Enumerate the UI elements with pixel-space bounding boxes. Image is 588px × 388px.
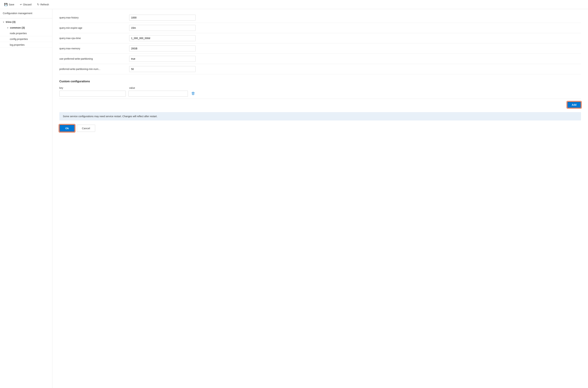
config-value-input-0[interactable] xyxy=(129,15,195,21)
sidebar-title: Configuration management xyxy=(0,12,52,17)
config-value-input-1[interactable] xyxy=(129,25,195,31)
config-row-2: query.max-cpu-time xyxy=(59,33,581,43)
custom-config-title: Custom configurations xyxy=(59,80,581,83)
custom-config-headers: key value xyxy=(59,87,581,89)
refresh-button[interactable]: ↻ Refresh xyxy=(36,2,50,7)
save-label: Save xyxy=(9,3,14,6)
info-banner: Some service configurations may need ser… xyxy=(59,112,581,121)
chevron-down-icon: ∨ xyxy=(3,21,4,23)
config-value-input-3[interactable] xyxy=(129,46,195,51)
config-value-input-2[interactable] xyxy=(129,35,195,41)
info-banner-text: Some service configurations may need ser… xyxy=(63,115,158,118)
sidebar: Configuration management ∨ trino (3) ∨ c… xyxy=(0,9,52,388)
sidebar-item-log-properties[interactable]: log.properties xyxy=(0,42,52,48)
config-row-5: preferred-write-partitioning-min-num... xyxy=(59,64,581,74)
custom-value-input-0[interactable] xyxy=(129,91,188,97)
cancel-button[interactable]: Cancel xyxy=(77,125,95,132)
custom-header-key: key xyxy=(59,87,126,89)
config-key-0: query.max-history xyxy=(59,16,126,19)
sidebar-item-trino[interactable]: ∨ trino (3) xyxy=(0,19,52,25)
delete-row-button-0[interactable] xyxy=(191,91,195,97)
config-key-1: query.min-expire-age xyxy=(59,26,126,29)
sidebar-item-common[interactable]: ∨ common (3) xyxy=(0,25,52,30)
content-panel: query.max-history query.min-expire-age q… xyxy=(52,9,588,388)
config-key-2: query.max-cpu-time xyxy=(59,37,126,40)
sidebar-divider xyxy=(0,18,52,18)
node-properties-label: node.properties xyxy=(10,32,27,35)
config-properties-label: config.properties xyxy=(10,38,28,40)
config-row-4: use-preferred-write-partitioning xyxy=(59,54,581,64)
common-label: common (3) xyxy=(10,26,25,29)
custom-config-row-0 xyxy=(59,91,581,97)
config-key-5: preferred-write-partitioning-min-num... xyxy=(59,68,126,71)
toolbar: 💾 Save ↩ Discard ↻ Refresh xyxy=(0,0,588,9)
main-layout: Configuration management ∨ trino (3) ∨ c… xyxy=(0,9,588,388)
discard-button[interactable]: ↩ Discard xyxy=(19,2,33,7)
config-value-input-5[interactable] xyxy=(129,66,195,72)
sidebar-item-config-properties[interactable]: config.properties xyxy=(0,36,52,42)
config-key-3: query.max-memory xyxy=(59,47,126,50)
log-properties-label: log.properties xyxy=(10,43,25,46)
config-rows: query.max-history query.min-expire-age q… xyxy=(59,13,581,74)
custom-config-section: Custom configurations key value xyxy=(59,80,581,108)
config-key-4: use-preferred-write-partitioning xyxy=(59,57,126,60)
sidebar-item-node-properties[interactable]: node.properties xyxy=(0,30,52,36)
refresh-label: Refresh xyxy=(40,3,49,6)
custom-key-input-0[interactable] xyxy=(59,91,126,97)
action-buttons: Ok Cancel xyxy=(59,125,581,139)
save-button[interactable]: 💾 Save xyxy=(3,2,16,7)
custom-header-value: value xyxy=(129,87,188,89)
config-row-0: query.max-history xyxy=(59,13,581,23)
trino-label: trino (3) xyxy=(6,20,16,23)
ok-button[interactable]: Ok xyxy=(59,125,75,132)
discard-icon: ↩ xyxy=(20,3,22,6)
config-value-input-4[interactable] xyxy=(129,56,195,62)
save-icon: 💾 xyxy=(4,3,8,6)
config-row-3: query.max-memory xyxy=(59,43,581,54)
chevron-down-icon-2: ∨ xyxy=(7,26,9,29)
discard-label: Discard xyxy=(23,3,31,6)
refresh-icon: ↻ xyxy=(37,3,39,6)
add-button[interactable]: Add xyxy=(567,102,581,108)
config-row-1: query.min-expire-age xyxy=(59,23,581,33)
add-row-container: Add xyxy=(59,99,581,108)
